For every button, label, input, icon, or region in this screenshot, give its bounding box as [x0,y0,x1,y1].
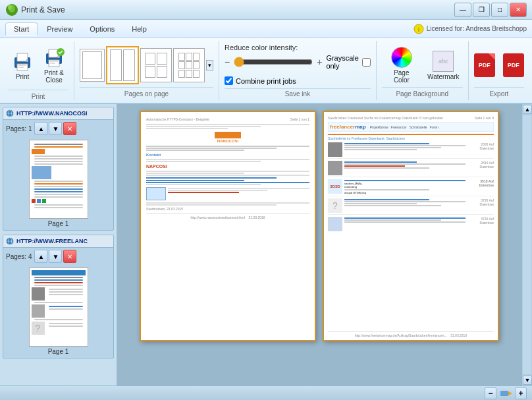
site-2-pages: Pages: 4 [6,253,32,260]
scroll-down-button[interactable]: ▼ [523,376,532,385]
combine-label: Combine print jobs [236,77,296,85]
site-2-url: HTTP://WWW.FREELANC [16,238,111,244]
color-intensity-slider[interactable] [234,57,313,67]
content-area[interactable]: Automatische HTTPS-Company - Beispiele S… [117,104,521,386]
slider-min-icon: − [225,57,230,67]
save-ink-section: Reduce color intensity: − + Grayscale on… [219,41,377,100]
layout-2page[interactable] [106,46,139,84]
zoom-minus-button[interactable]: − [485,387,496,399]
app-icon [5,3,18,16]
site-2-controls: Pages: 4 ▲ ▼ ✕ [3,248,113,265]
site-1-up-button[interactable]: ▲ [34,122,47,135]
grayscale-label: Grayscale only [326,54,359,70]
tab-start[interactable]: Start [5,22,38,36]
site-2-group: HTTP://WWW.FREELANC Pages: 4 ▲ ▼ ✕ [3,235,114,358]
print-icon [12,51,33,72]
zoom-indicator-icon [499,388,512,399]
scroll-up-button[interactable]: ▲ [523,105,532,114]
layout-9page[interactable] [173,48,205,82]
page-background-section: Page Color abc Watermark Page Background [377,41,469,100]
grayscale-row: Grayscale only [326,54,370,70]
svg-rect-8 [18,65,26,66]
svg-marker-25 [508,391,512,395]
site-1-down-button[interactable]: ▼ [49,122,62,135]
close-button[interactable]: ✕ [510,3,527,17]
pages-dropdown[interactable]: ▾ [206,60,213,71]
title-bar-left: Print & Save [5,3,65,16]
export-pdf2-button[interactable]: PDF [500,51,527,80]
layout-thumbs: ▾ [80,43,213,87]
reduce-color-label: Reduce color intensity: [225,43,371,51]
slider-max-icon: + [317,57,322,67]
site-1-thumbs: Page 1 [3,137,113,230]
page-2-display: Saarbrücken Freelancer Suche im Freelanc… [323,111,499,341]
page-color-icon [391,47,412,68]
restore-button[interactable]: ❐ [473,3,490,17]
tab-help[interactable]: Help [124,23,155,35]
license-info: i Licensed for: Andreas Breitschopp [413,24,527,34]
svg-rect-15 [50,63,55,64]
watermark-label: Watermark [427,73,460,80]
svg-rect-9 [18,67,24,68]
layout-4page[interactable] [140,48,172,82]
page-1-display: Automatische HTTPS-Company - Beispiele S… [140,111,316,341]
layout-1page[interactable] [80,49,105,82]
site-2-page-1-thumb[interactable]: ? [29,268,88,347]
site-1-page-1-thumb[interactable] [29,140,88,219]
site-2-up-button[interactable]: ▲ [34,250,47,263]
site-1-group: HTTP://WWW.NANOCOSI Pages: 1 ▲ ▼ ✕ [3,107,114,231]
grayscale-checkbox[interactable] [362,58,371,67]
export-pdf-button[interactable]: PDF [471,51,498,80]
page-bg-buttons: Page Color abc Watermark [382,43,463,87]
watermark-icon: abc [433,51,454,72]
globe-icon [6,109,14,117]
sidebar: HTTP://WWW.NANOCOSI Pages: 1 ▲ ▼ ✕ [0,104,117,386]
site-1-pages: Pages: 1 [6,125,32,132]
svg-point-2 [8,5,12,10]
print-close-button[interactable]: Print &Close [40,44,68,86]
svg-point-10 [26,59,28,62]
svg-rect-14 [50,61,58,62]
page-color-label: Page Color [386,69,417,84]
tab-options[interactable]: Options [82,23,122,35]
maximize-button[interactable]: □ [491,3,508,17]
site-1-header: HTTP://WWW.NANOCOSI [3,107,113,120]
site-1-controls: Pages: 1 ▲ ▼ ✕ [3,120,113,137]
page-color-button[interactable]: Page Color [382,44,421,86]
print-close-icon [43,47,65,68]
site-2-delete-button[interactable]: ✕ [63,250,76,263]
export-label: Export [474,87,524,98]
combine-checkbox[interactable] [225,76,233,85]
watermark-button[interactable]: abc Watermark [424,48,463,83]
site-2-thumbs: ? Page 1 [3,265,113,358]
export-buttons: PDF PDF [471,43,527,87]
export-section: PDF PDF Export [469,41,529,100]
site-1-delete-button[interactable]: ✕ [63,122,76,135]
right-scrollbar[interactable]: ▲ ▼ [521,104,532,386]
status-bar: − + [0,386,532,400]
print-section-label: Print [8,90,68,100]
menu-bar: Start Preview Options Help i Licensed fo… [0,20,532,38]
svg-rect-24 [500,391,508,396]
globe-icon-2 [6,237,14,245]
page-background-label: Page Background [382,87,463,98]
site-1-url: HTTP://WWW.NANOCOSI [16,110,111,117]
minimize-button[interactable]: — [454,3,471,17]
save-ink-label: Save ink [225,88,371,98]
pdf2-icon: PDF [503,53,524,77]
print-button[interactable]: Print [8,48,37,83]
app-title: Print & Save [21,5,65,14]
title-buttons: — ❐ □ ✕ [454,3,527,17]
tab-preview[interactable]: Preview [39,23,80,35]
print-close-label: Print &Close [44,69,64,84]
zoom-plus-button[interactable]: + [515,387,527,399]
pages-on-page-label: Pages on page [80,87,213,98]
slider-row: − + Grayscale only [225,54,371,70]
site-2-page-label: Page 1 [48,348,69,355]
pages-display: Automatische HTTPS-Company - Beispiele S… [140,111,499,341]
toolbar-print-section: Print Print &Close [3,41,74,100]
print-label: Print [16,73,30,80]
site-1-page-label: Page 1 [48,220,69,227]
site-2-down-button[interactable]: ▼ [49,250,62,263]
pages-on-page-section: ▾ Pages on page [74,41,219,100]
